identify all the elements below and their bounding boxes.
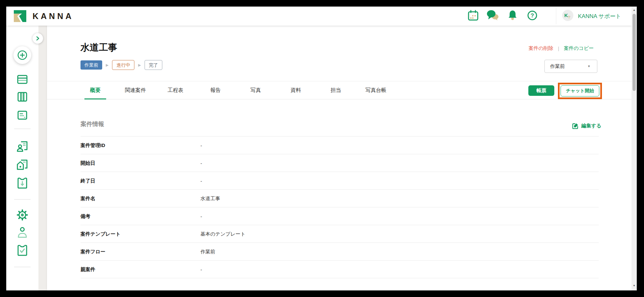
tab-photos[interactable]: 写真 (236, 81, 276, 99)
clipboard-import-icon[interactable] (17, 177, 27, 189)
row-label: 終了日 (80, 178, 95, 184)
table-row: 備考 - (80, 207, 599, 225)
chat-icon[interactable] (487, 10, 499, 21)
row-label: 開始日 (80, 160, 95, 166)
row-label: 案件テンプレート (80, 231, 121, 237)
table-row: 案件フロー 作業前 (80, 243, 599, 261)
settings-gear-icon[interactable] (16, 209, 28, 221)
status-dropdown-value: 作業前 (550, 63, 565, 70)
app-body: 水道工事 案件の削除 | 案件のコピー 作業前 ▶ 進行中 ▶ 完了 作業前 ▼… (6, 26, 632, 290)
main-content-card: 水道工事 案件の削除 | 案件のコピー 作業前 ▶ 進行中 ▶ 完了 作業前 ▼… (47, 26, 632, 290)
tab-schedule[interactable]: 工程表 (155, 81, 196, 99)
edit-link[interactable]: 編集する (572, 122, 601, 129)
row-value: - (200, 266, 202, 272)
clipboard-tasks-icon[interactable] (17, 244, 27, 256)
sidebar-divider (14, 267, 31, 267)
row-value: - (200, 160, 202, 166)
row-label: 親案件 (80, 266, 95, 272)
calendar-icon[interactable] (467, 10, 479, 21)
edit-link-label: 編集する (581, 123, 601, 129)
table-row: 案件テンプレート 基本のテンプレート (80, 225, 599, 243)
status-badge-pending: 完了 (145, 60, 162, 70)
tab-assignees[interactable]: 担当 (316, 81, 356, 99)
tab-overview[interactable]: 概要 (75, 81, 115, 99)
user-avatar[interactable]: Kサ (562, 10, 573, 21)
row-label: 備考 (80, 213, 90, 219)
copy-project-link[interactable]: 案件のコピー (564, 45, 594, 52)
scroll-up-icon[interactable]: ▲ (632, 9, 637, 11)
row-label: 案件フロー (80, 248, 105, 255)
link-divider: | (558, 46, 559, 51)
header-divider (556, 8, 556, 24)
client-contacts-icon[interactable] (16, 140, 28, 152)
table-row: 案件管理ID - (80, 137, 599, 154)
project-card-icon[interactable] (17, 111, 27, 120)
sidebar-expand-button[interactable] (33, 33, 43, 44)
row-value: - (200, 213, 202, 219)
kanban-board-icon[interactable] (17, 92, 27, 102)
tab-photo-ledger[interactable]: 写真台帳 (356, 81, 396, 99)
flow-arrow-icon: ▶ (138, 63, 141, 67)
sidebar (6, 26, 38, 290)
row-value: - (200, 178, 202, 183)
tab-documents[interactable]: 資料 (276, 81, 316, 99)
row-value: - (200, 142, 202, 148)
project-action-links: 案件の削除 | 案件のコピー (529, 45, 594, 52)
profile-person-icon[interactable] (17, 227, 27, 238)
report-button[interactable]: 帳票 (528, 85, 554, 96)
row-value: 基本のテンプレート (200, 231, 245, 237)
table-row: 終了日 - (80, 172, 599, 190)
page-title: 水道工事 (80, 41, 117, 54)
scroll-down-icon[interactable]: ▼ (632, 284, 637, 287)
status-badge-current: 作業前 (80, 60, 102, 70)
scrollbar-thumb[interactable] (632, 14, 636, 91)
add-project-button[interactable] (13, 46, 31, 64)
tab-related-projects[interactable]: 関連案件 (115, 81, 155, 99)
status-flow: 作業前 ▶ 進行中 ▶ 完了 (80, 60, 162, 70)
delete-project-link[interactable]: 案件の削除 (529, 45, 553, 52)
flow-arrow-icon: ▶ (106, 63, 108, 67)
notification-bell-icon[interactable] (507, 10, 518, 21)
app-header: KANNA (6, 7, 632, 26)
sidebar-divider (14, 129, 31, 129)
help-icon[interactable]: ? (526, 10, 538, 21)
start-chat-button[interactable]: チャット開始 (561, 85, 599, 96)
status-dropdown[interactable]: 作業前 ▼ (544, 60, 597, 73)
browser-viewport: KANNA (6, 7, 637, 290)
kanna-logo-text[interactable]: KANNA (33, 11, 74, 21)
partner-company-icon[interactable] (16, 159, 28, 171)
project-info-table: 案件管理ID - 開始日 - 終了日 - 案件名 水道工事 備考 - (80, 136, 599, 278)
table-row: 案件名 水道工事 (80, 190, 599, 207)
row-label: 案件管理ID (80, 142, 105, 148)
edit-pencil-icon (572, 122, 579, 129)
user-name[interactable]: KANNA サポート (578, 12, 621, 20)
row-value: 水道工事 (200, 195, 220, 202)
section-title: 案件情報 (80, 120, 104, 128)
chevron-down-icon: ▼ (587, 65, 590, 68)
table-row: 開始日 - (80, 154, 599, 172)
row-value: 作業前 (200, 248, 215, 255)
sidebar-divider (14, 199, 31, 200)
row-label: 案件名 (80, 195, 95, 202)
svg-text:?: ? (531, 12, 534, 19)
kanna-logo-icon[interactable] (14, 10, 26, 22)
project-list-icon[interactable] (17, 75, 28, 84)
status-badge-next: 進行中 (112, 60, 134, 70)
vertical-scrollbar[interactable]: ▲ ▼ (632, 7, 637, 290)
table-row: 親案件 - (80, 261, 599, 278)
tab-reports[interactable]: 報告 (196, 81, 236, 99)
